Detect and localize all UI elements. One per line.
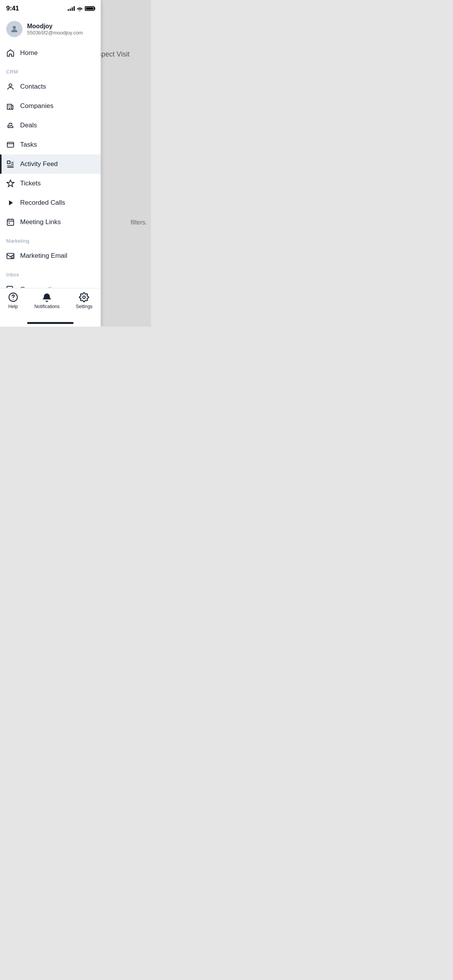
svg-rect-7 [10, 107, 10, 108]
sidebar-item-tickets-label: Tickets [20, 180, 41, 187]
bottom-tab-notifications[interactable]: Notifications [31, 292, 63, 309]
deals-icon [6, 121, 15, 130]
sidebar-item-companies-label: Companies [20, 102, 53, 110]
profile-info: Moodjoy 5503b5f2@moodjoy.com [27, 23, 83, 36]
sidebar-drawer: 9:41 [0, 0, 101, 327]
filters-text: filters. [130, 219, 151, 226]
svg-rect-13 [7, 219, 14, 226]
sidebar-item-contacts-label: Contacts [20, 83, 46, 91]
sidebar-item-meeting-links-label: Meeting Links [20, 218, 61, 226]
conversations-icon [6, 285, 15, 288]
svg-marker-12 [9, 200, 13, 206]
bottom-tab-help[interactable]: Help [4, 292, 22, 309]
svg-point-0 [79, 10, 81, 11]
settings-gear-icon [79, 292, 89, 302]
sidebar-item-deals[interactable]: Deals [0, 116, 101, 135]
wifi-icon [77, 6, 83, 11]
svg-rect-6 [9, 107, 9, 108]
sidebar-item-marketing-email-label: Marketing Email [20, 252, 67, 260]
svg-rect-14 [9, 223, 10, 224]
sidebar-item-tasks-label: Tasks [20, 141, 37, 149]
profile-email: 5503b5f2@moodjoy.com [27, 30, 83, 36]
bottom-tab-settings[interactable]: Settings [72, 292, 96, 309]
help-icon [8, 292, 18, 302]
svg-point-20 [83, 296, 86, 299]
contacts-icon [6, 82, 15, 91]
sidebar-item-home-label: Home [20, 49, 38, 57]
sidebar-item-activity-feed-label: Activity Feed [20, 160, 58, 168]
bell-icon [42, 292, 52, 302]
home-icon [6, 49, 15, 57]
bottom-tab-notifications-label: Notifications [34, 304, 60, 309]
sidebar-item-tasks[interactable]: Tasks [0, 135, 101, 154]
companies-icon [6, 102, 15, 110]
svg-rect-9 [7, 142, 14, 147]
svg-point-1 [13, 26, 16, 29]
svg-rect-8 [9, 108, 10, 110]
bottom-tab-bar: Help Notifications Set [0, 288, 101, 319]
svg-marker-11 [7, 180, 14, 187]
bottom-tab-settings-label: Settings [76, 304, 93, 309]
recorded-calls-icon [6, 199, 15, 207]
section-crm-label: CRM [0, 63, 101, 77]
svg-point-2 [9, 84, 12, 87]
screen: Prospect Visit filters. 9:41 [0, 0, 151, 327]
svg-point-19 [13, 299, 14, 300]
status-time: 9:41 [6, 5, 19, 12]
section-inbox-label: Inbox [0, 266, 101, 280]
meeting-links-icon [6, 218, 15, 226]
svg-rect-17 [7, 286, 13, 288]
status-icons [68, 6, 94, 11]
battery-icon [85, 6, 94, 11]
svg-rect-10 [7, 161, 10, 164]
sidebar-item-recorded-calls-label: Recorded Calls [20, 199, 65, 207]
avatar-icon [10, 24, 19, 34]
sidebar-item-marketing-email[interactable]: Marketing Email [0, 246, 101, 266]
marketing-email-icon [6, 252, 15, 260]
sidebar-item-conversations-label: Conversations [20, 286, 62, 288]
profile-section[interactable]: Moodjoy 5503b5f2@moodjoy.com [0, 17, 101, 43]
profile-name: Moodjoy [27, 23, 83, 30]
activity-feed-icon [6, 160, 15, 168]
sidebar-item-meeting-links[interactable]: Meeting Links [0, 212, 101, 232]
sidebar-item-recorded-calls[interactable]: Recorded Calls [0, 193, 101, 212]
sidebar-item-contacts[interactable]: Contacts [0, 77, 101, 96]
sidebar-item-activity-feed[interactable]: Activity Feed [0, 154, 101, 174]
svg-rect-5 [10, 105, 10, 106]
sidebar-item-companies[interactable]: Companies [0, 96, 101, 116]
home-indicator-bar [27, 322, 74, 324]
sidebar-item-conversations[interactable]: Conversations [0, 280, 101, 288]
sidebar-item-home[interactable]: Home [0, 43, 101, 63]
svg-rect-4 [9, 105, 9, 106]
section-marketing-label: Marketing [0, 232, 101, 246]
tasks-icon [6, 140, 15, 149]
bottom-tab-help-label: Help [9, 304, 18, 309]
status-bar: 9:41 [0, 0, 101, 17]
avatar [6, 21, 22, 37]
tickets-icon [6, 179, 15, 188]
sidebar-item-tickets[interactable]: Tickets [0, 174, 101, 193]
home-indicator [0, 319, 101, 327]
sidebar-item-deals-label: Deals [20, 122, 37, 129]
signal-bars-icon [68, 6, 75, 11]
nav-list: Home CRM Contacts [0, 43, 101, 288]
